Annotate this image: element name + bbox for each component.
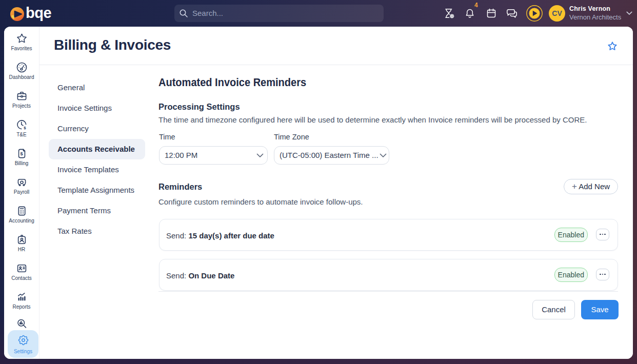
svg-text:$: $	[24, 126, 26, 130]
svg-text:$: $	[20, 151, 23, 156]
